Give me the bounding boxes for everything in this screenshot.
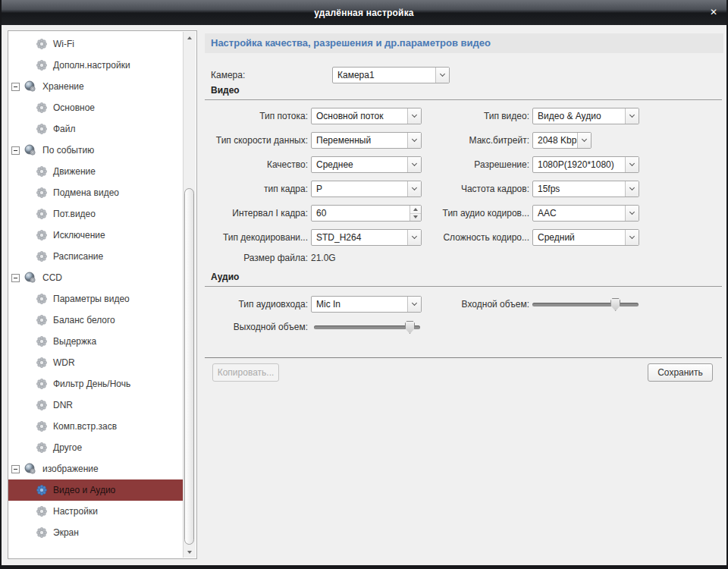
category-globe-icon — [24, 272, 36, 284]
collapse-minus-icon[interactable] — [11, 83, 20, 91]
audio-input-type-label: Тип аудиовхода: — [206, 296, 308, 313]
chevron-down-icon — [625, 108, 639, 124]
collapse-minus-icon[interactable] — [11, 146, 20, 155]
input-volume-slider[interactable] — [532, 296, 639, 313]
sidebar-item-label: Настройки — [53, 506, 98, 517]
sidebar-item-other[interactable]: Другое — [8, 437, 183, 458]
max-bitrate-select[interactable]: 2048 Kbps — [532, 132, 592, 149]
audio-input-type-select[interactable]: Mic In — [311, 296, 422, 313]
sidebar-item-video-loss[interactable]: Пот.видео — [8, 203, 183, 225]
audio-input-type-value: Mic In — [312, 297, 407, 312]
chevron-down-icon — [407, 133, 421, 148]
sidebar-item-wdr[interactable]: WDR — [8, 352, 183, 373]
sidebar-item-storage-general[interactable]: Основное — [8, 97, 183, 118]
output-volume-thumb[interactable] — [405, 321, 415, 334]
data-rate-type-label: Тип скорости данных: — [206, 132, 308, 149]
sidebar-item-day-night-filter[interactable]: Фильтр День/Ночь — [8, 373, 183, 395]
i-frame-interval-label: Интервал I кадра: — [206, 205, 308, 222]
audio-encoding-select[interactable]: AAC — [532, 205, 639, 222]
sidebar-item-video-params[interactable]: Параметры видео — [8, 288, 183, 310]
sidebar-item-video-tampering[interactable]: Подмена видео — [8, 182, 183, 203]
sidebar-item-schedule[interactable]: Расписание — [8, 246, 183, 267]
chevron-down-icon — [407, 157, 421, 172]
chevron-down-icon — [435, 68, 449, 83]
output-volume-slider[interactable] — [314, 319, 420, 335]
sidebar-item-label: изображение — [42, 464, 99, 474]
gear-icon — [36, 166, 47, 177]
frame-type-label: тип кадра: — [206, 181, 308, 197]
resolution-label: Разрешение: — [423, 156, 529, 173]
sidebar-item-settings[interactable]: Настройки — [8, 501, 183, 522]
input-volume-label: Входной объем: — [423, 296, 529, 313]
sidebar-item-by-event[interactable]: По событию — [8, 140, 183, 161]
frame-type-select[interactable]: P — [311, 181, 422, 197]
chevron-down-icon — [625, 230, 639, 245]
titlebar: удалённая настройка ✕ — [0, 0, 728, 25]
input-volume-thumb[interactable] — [610, 298, 620, 311]
encode-complexity-value: Средний — [533, 230, 625, 245]
gear-icon — [36, 421, 47, 432]
stream-type-select[interactable]: Основной поток — [311, 108, 422, 124]
sidebar-item-storage[interactable]: Хранение — [8, 76, 183, 97]
sidebar-item-motion[interactable]: Движение — [8, 161, 183, 182]
copy-button[interactable]: Копировать... — [212, 363, 279, 382]
frame-rate-value: 15fps — [533, 181, 625, 196]
frame-rate-select[interactable]: 15fps — [532, 181, 639, 197]
gear-icon — [36, 39, 47, 49]
sidebar-item-image[interactable]: изображение — [8, 458, 183, 479]
gear-icon — [36, 60, 47, 71]
sidebar-item-ccd[interactable]: CCD — [8, 267, 183, 288]
scrollbar-thumb[interactable] — [184, 188, 194, 545]
sidebar-item-dnr[interactable]: DNR — [8, 395, 183, 416]
quality-label: Качество: — [206, 156, 308, 173]
sidebar-item-label: Видео и Аудио — [53, 485, 115, 495]
divider — [205, 286, 722, 287]
audio-section-title: Аудио — [211, 271, 239, 283]
collapse-minus-icon[interactable] — [11, 274, 20, 282]
sidebar-scrollbar[interactable] — [183, 32, 196, 558]
save-button[interactable]: Сохранить — [648, 363, 713, 382]
gear-icon — [36, 315, 47, 325]
spin-up-icon[interactable] — [410, 206, 421, 214]
quality-select[interactable]: Среднее — [311, 156, 422, 173]
video-type-select[interactable]: Видео & Аудио — [532, 108, 639, 124]
video-section-title: Видео — [211, 84, 240, 96]
gear-icon — [36, 336, 47, 347]
sidebar-item-screen[interactable]: Экран — [8, 522, 183, 543]
gear-icon — [36, 400, 47, 410]
close-icon[interactable]: ✕ — [707, 5, 720, 19]
sidebar-item-wifi[interactable]: Wi-Fi — [8, 33, 183, 55]
sidebar-item-white-balance[interactable]: Баланс белого — [8, 310, 183, 331]
decode-type-select[interactable]: STD_H264 — [311, 229, 422, 246]
slider-track — [314, 325, 420, 329]
gear-icon — [36, 506, 47, 517]
data-rate-type-select[interactable]: Переменный — [311, 132, 422, 149]
resolution-select[interactable]: 1080P(1920*1080) — [532, 156, 639, 173]
sidebar-item-advanced-settings[interactable]: Дополн.настройки — [8, 55, 183, 76]
decode-type-label: Тип декодировани... — [206, 229, 308, 246]
sidebar-item-blc[interactable]: Комп.встр.засв — [8, 416, 183, 437]
collapse-minus-icon[interactable] — [11, 465, 20, 473]
sidebar-item-exposure[interactable]: Выдержка — [8, 331, 183, 352]
category-globe-icon — [24, 80, 36, 93]
sidebar-item-label: Комп.встр.засв — [53, 421, 117, 432]
camera-select[interactable]: Камера1 — [332, 67, 450, 83]
scroll-down-icon[interactable] — [184, 546, 196, 558]
remote-config-dialog: удалённая настройка ✕ Wi-FiДополн.настро… — [0, 0, 728, 569]
sidebar-item-video-audio[interactable]: Видео и Аудио — [8, 479, 183, 501]
sidebar-item-label: Дополн.настройки — [53, 60, 130, 71]
chevron-down-icon — [407, 108, 421, 124]
sidebar-item-label: Основное — [53, 102, 95, 113]
sidebar-item-label: По событию — [42, 145, 94, 156]
gear-icon — [36, 209, 47, 219]
scroll-up-icon[interactable] — [184, 32, 196, 43]
spin-down-icon[interactable] — [410, 214, 421, 222]
encode-complexity-select[interactable]: Средний — [532, 229, 639, 246]
decode-type-value: STD_H264 — [312, 230, 407, 245]
i-frame-interval-spinner[interactable]: 60 — [311, 205, 422, 222]
gear-icon — [36, 527, 47, 538]
sidebar-item-label: Хранение — [42, 81, 84, 92]
sidebar-item-exception[interactable]: Исключение — [8, 225, 183, 246]
camera-label: Камера: — [211, 67, 302, 83]
sidebar-item-file[interactable]: Файл — [8, 118, 183, 140]
